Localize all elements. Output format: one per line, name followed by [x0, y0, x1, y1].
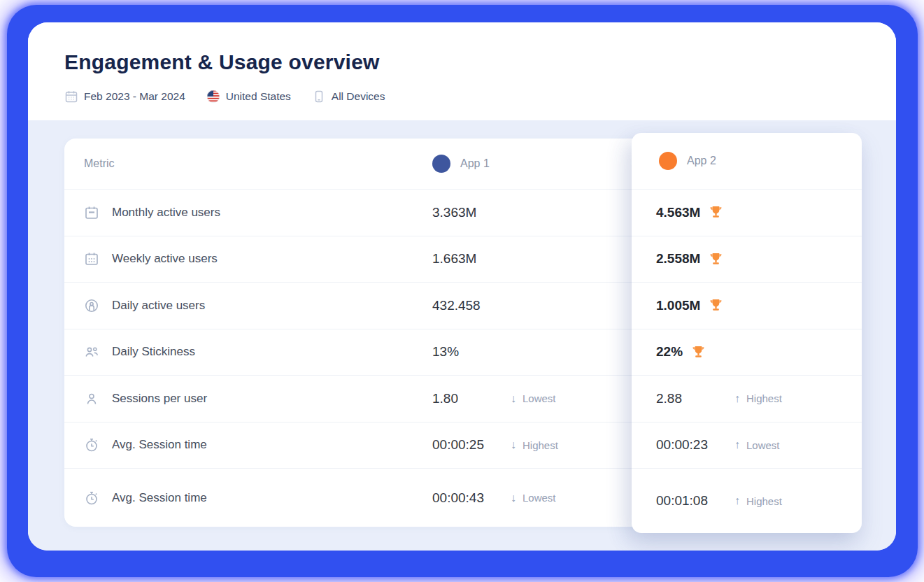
metric-label: Avg. Session time — [112, 491, 207, 505]
user-circle-icon — [84, 298, 99, 313]
page-title: Engagement & Usage overview — [64, 50, 380, 74]
users-icon — [84, 344, 99, 360]
app1-value: 432.458 — [432, 298, 511, 313]
country-label: United States — [226, 90, 291, 103]
app2-rank-tag: ↑ Highest — [734, 392, 782, 405]
app2-row: 22% — [632, 329, 862, 376]
app1-value: 1.80 — [432, 391, 511, 406]
rank-label: Lowest — [523, 392, 556, 404]
app2-column-header: App 2 — [632, 133, 862, 189]
app1-value: 3.363M — [432, 205, 511, 220]
app2-value: 1.005M — [656, 298, 700, 313]
report-card: Engagement & Usage overview Feb 2023 - M… — [28, 22, 896, 551]
metric-column-header: Metric — [84, 157, 115, 170]
app2-dot-icon — [659, 152, 677, 170]
country-filter[interactable]: United States — [206, 90, 291, 104]
calendar-month-icon — [84, 205, 99, 220]
app1-value: 13% — [432, 344, 511, 360]
metric-label: Daily active users — [112, 299, 205, 313]
trophy-icon — [708, 251, 724, 267]
arrow-down-icon: ↓ — [511, 392, 516, 405]
app2-value: 00:00:23 — [656, 437, 734, 453]
arrow-up-icon: ↑ — [734, 392, 740, 405]
app2-value: 00:01:08 — [656, 493, 734, 509]
devices-filter[interactable]: All Devices — [312, 90, 385, 104]
report-filters: Feb 2023 - Mar 2024 — [64, 90, 385, 104]
calendar-icon — [64, 90, 78, 104]
app1-value: 1.663M — [432, 251, 511, 267]
arrow-down-icon: ↓ — [511, 492, 516, 504]
rank-label: Lowest — [523, 492, 556, 504]
app2-row: 2.88 ↑ Highest — [632, 375, 862, 422]
arrow-up-icon: ↑ — [734, 439, 740, 451]
date-range-filter[interactable]: Feb 2023 - Mar 2024 — [64, 90, 185, 104]
metric-label: Daily Stickiness — [112, 345, 195, 359]
trophy-icon — [690, 344, 706, 360]
rank-label: Lowest — [746, 439, 780, 451]
stopwatch-icon — [84, 437, 99, 453]
us-flag-icon — [206, 90, 220, 104]
app2-row: 4.563M — [632, 189, 862, 236]
app2-value: 2.558M — [656, 251, 700, 267]
rank-label: Highest — [746, 495, 782, 507]
devices-label: All Devices — [332, 90, 385, 103]
user-icon — [84, 391, 99, 406]
app1-dot-icon — [432, 155, 450, 173]
app1-name: App 1 — [460, 157, 490, 170]
app2-row: 2.558M — [632, 236, 862, 283]
metric-label: Monthly active users — [112, 206, 220, 220]
mobile-device-icon — [312, 90, 326, 104]
metric-label: Avg. Session time — [112, 438, 207, 452]
app2-rank-tag: ↑ Lowest — [734, 439, 780, 451]
app2-row: 1.005M — [632, 282, 862, 329]
app2-row: 00:01:08 ↑ Highest — [632, 468, 862, 533]
report-header: Engagement & Usage overview Feb 2023 - M… — [28, 22, 896, 120]
app2-value: 4.563M — [656, 205, 700, 220]
app2-name: App 2 — [687, 155, 716, 167]
calendar-week-icon — [84, 251, 99, 267]
rank-label: Highest — [523, 439, 558, 451]
metric-label: Sessions per user — [112, 392, 207, 406]
app2-rank-tag: ↑ Highest — [734, 495, 782, 507]
app2-row: 00:00:23 ↑ Lowest — [632, 422, 862, 469]
app1-value: 00:00:43 — [432, 490, 511, 506]
date-range-label: Feb 2023 - Mar 2024 — [84, 90, 185, 103]
app2-column-card: App 2 4.563M 2.558M — [632, 133, 862, 533]
arrow-up-icon: ↑ — [734, 495, 740, 507]
app1-value: 00:00:25 — [432, 437, 511, 453]
app2-value: 22% — [656, 344, 683, 360]
trophy-icon — [708, 204, 724, 220]
metric-label: Weekly active users — [112, 252, 218, 266]
app2-value: 2.88 — [656, 391, 734, 406]
trophy-icon — [708, 297, 724, 313]
stopwatch-icon — [84, 490, 99, 506]
screenshot-root: Engagement & Usage overview Feb 2023 - M… — [0, 0, 924, 582]
rank-label: Highest — [746, 392, 782, 404]
app1-column-header: App 1 — [432, 155, 490, 173]
arrow-down-icon: ↓ — [511, 439, 516, 451]
